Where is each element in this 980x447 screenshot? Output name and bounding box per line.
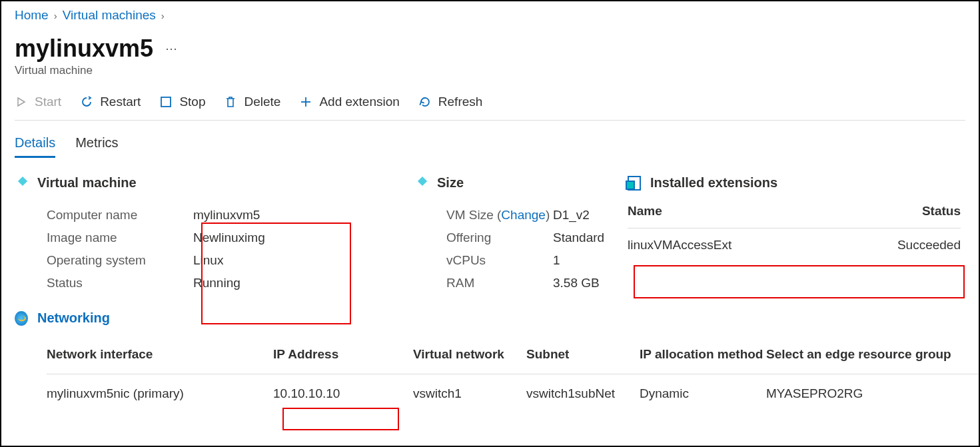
more-actions-button[interactable]: ⋯ (165, 41, 179, 56)
refresh-label: Refresh (438, 95, 483, 109)
page-subtitle: Virtual machine (15, 64, 965, 77)
net-th-alloc: IP allocation method (640, 347, 766, 362)
virtual-machine-icon (15, 177, 28, 190)
net-vnet: vswitch1 (413, 386, 526, 401)
restart-icon (80, 95, 93, 109)
extensions-icon (628, 177, 641, 190)
start-button: Start (15, 95, 61, 109)
restart-label: Restart (100, 95, 141, 109)
label-vmsize: VM Size (Change) (446, 208, 553, 223)
value-vcpus: 1 (553, 253, 560, 268)
breadcrumb-virtual-machines[interactable]: Virtual machines (63, 8, 156, 23)
value-computer-name: mylinuxvm5 (193, 208, 260, 223)
value-offering: Standard (553, 230, 604, 245)
start-label: Start (35, 95, 61, 109)
ext-status: Succeeded (897, 238, 961, 252)
net-ip: 10.10.10.10 (273, 386, 413, 401)
net-subnet: vswitch1subNet (526, 386, 640, 401)
delete-label: Delete (244, 95, 280, 109)
size-icon (414, 177, 428, 190)
label-image-name: Image name (47, 230, 193, 245)
network-row[interactable]: mylinuxvm5nic (primary) 10.10.10.10 vswi… (47, 374, 980, 401)
label-vcpus: vCPUs (446, 253, 553, 268)
highlight-ip-address (282, 408, 399, 430)
label-offering: Offering (446, 230, 553, 245)
label-os: Operating system (47, 253, 193, 268)
net-th-vnet: Virtual network (413, 347, 526, 362)
tabs: Details Metrics (15, 135, 965, 158)
net-th-interface: Network interface (47, 347, 273, 362)
play-icon (15, 95, 28, 109)
label-computer-name: Computer name (47, 208, 193, 223)
net-iface: mylinuxvm5nic (primary) (47, 386, 273, 401)
tab-details[interactable]: Details (15, 135, 55, 158)
trash-icon (224, 95, 237, 109)
ext-name: linuxVMAccessExt (628, 238, 732, 252)
net-edge: MYASEPRO2RG (766, 386, 966, 401)
net-alloc: Dynamic (640, 386, 766, 401)
section-title-vm: Virtual machine (37, 175, 137, 191)
refresh-icon (418, 95, 432, 109)
value-image-name: Newlinuximg (193, 230, 265, 245)
svg-rect-1 (161, 97, 171, 107)
restart-button[interactable]: Restart (80, 95, 141, 109)
change-size-link[interactable]: Change (501, 208, 546, 222)
add-extension-button[interactable]: Add extension (299, 95, 399, 109)
label-status: Status (47, 276, 193, 290)
plus-icon (299, 95, 312, 109)
refresh-button[interactable]: Refresh (418, 95, 483, 109)
networking-icon (15, 312, 28, 325)
net-th-edge: Select an edge resource group (766, 347, 966, 362)
chevron-right-icon: › (161, 10, 165, 21)
stop-button[interactable]: Stop (159, 95, 205, 109)
section-title-networking[interactable]: Networking (37, 310, 110, 326)
stop-label: Stop (179, 95, 205, 109)
ext-th-name: Name (628, 204, 662, 219)
section-title-size: Size (437, 175, 464, 191)
tab-metrics[interactable]: Metrics (75, 135, 118, 158)
label-ram: RAM (446, 276, 553, 290)
net-th-ip: IP Address (273, 347, 413, 362)
breadcrumb-home[interactable]: Home (15, 8, 49, 23)
page-title: mylinuxvm5 (15, 35, 153, 63)
delete-button[interactable]: Delete (224, 95, 280, 109)
extension-row[interactable]: linuxVMAccessExt Succeeded (628, 228, 961, 252)
ext-th-status: Status (922, 204, 961, 219)
stop-icon (159, 95, 173, 109)
add-extension-label: Add extension (319, 95, 399, 109)
chevron-right-icon: › (54, 10, 57, 21)
net-th-subnet: Subnet (526, 347, 640, 362)
value-os: Linux (193, 253, 223, 268)
svg-marker-0 (18, 98, 25, 106)
toolbar: Start Restart Stop Delete Add extension … (15, 95, 965, 121)
value-status: Running (193, 276, 241, 290)
section-title-extensions: Installed extensions (650, 175, 777, 191)
value-vmsize: D1_v2 (553, 208, 590, 223)
value-ram: 3.58 GB (553, 276, 600, 290)
breadcrumb: Home › Virtual machines › (15, 8, 965, 23)
